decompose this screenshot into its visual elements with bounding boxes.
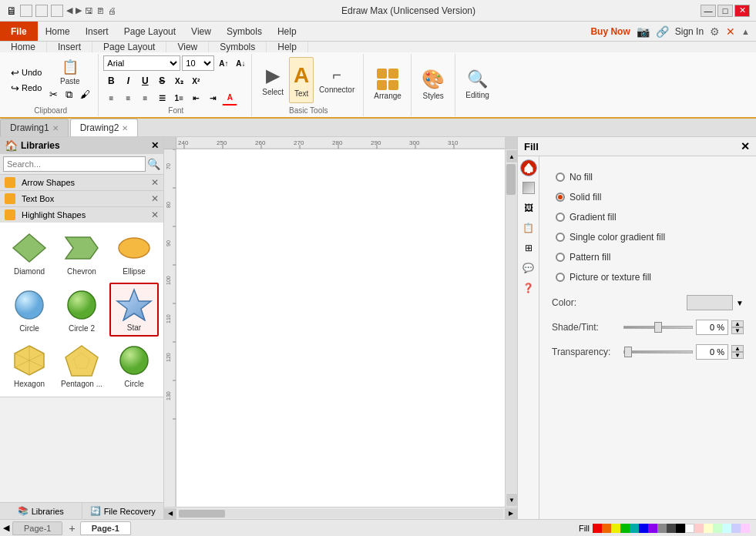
scroll-right-button[interactable]: ▶ xyxy=(505,508,517,519)
color-cell-white[interactable] xyxy=(685,524,694,533)
decrease-font-button[interactable]: A↓ xyxy=(233,55,248,71)
connector-button[interactable]: ⌐ Connector xyxy=(315,57,358,103)
color-dropdown-icon[interactable]: ▼ xyxy=(736,299,744,307)
horizontal-scrollbar[interactable]: ◀ ▶ xyxy=(164,507,517,519)
color-cell-light-purple[interactable] xyxy=(741,524,750,533)
page-layout-menu[interactable]: Page Layout xyxy=(116,22,183,41)
fill-option-no-fill[interactable]: No fill xyxy=(552,169,744,186)
italic-button[interactable]: I xyxy=(120,73,136,89)
shade-tint-spinner[interactable]: ▲ ▼ xyxy=(731,320,744,334)
color-cell-light-green[interactable] xyxy=(713,524,722,533)
close-button[interactable]: ✕ xyxy=(734,5,750,17)
fill-icon-image[interactable]: 🖼 xyxy=(520,199,537,216)
scroll-thumb-h[interactable] xyxy=(179,510,225,518)
insert-menu[interactable]: Insert xyxy=(78,22,116,41)
scroll-thumb-v[interactable] xyxy=(506,164,516,195)
highlight-shapes-close[interactable]: ✕ xyxy=(151,209,159,220)
fill-option-solid[interactable]: Solid fill xyxy=(552,189,744,206)
no-fill-radio[interactable] xyxy=(556,173,565,182)
shape-diamond[interactable]: Diamond xyxy=(5,227,54,280)
file-recovery-tab[interactable]: 🔄 File Recovery xyxy=(82,503,164,519)
align-center-button[interactable]: ≡ xyxy=(120,90,136,106)
text-box-header[interactable]: Text Box ✕ xyxy=(0,191,163,206)
text-button[interactable]: A Text xyxy=(289,57,314,103)
text-box-close[interactable]: ✕ xyxy=(151,193,159,204)
tab-page-layout[interactable]: Page Layout xyxy=(92,42,166,52)
search-icon[interactable]: 🔍 xyxy=(147,158,160,170)
file-menu[interactable]: File xyxy=(0,22,38,41)
color-cell-red[interactable] xyxy=(593,524,602,533)
page-tab-add[interactable]: + xyxy=(64,522,79,534)
shape-ellipse[interactable]: Ellipse xyxy=(109,227,159,280)
font-size-select[interactable]: 10 12 14 xyxy=(182,55,214,71)
vertical-scrollbar[interactable]: ▲ ▼ xyxy=(505,149,517,507)
shape-star[interactable]: Star xyxy=(109,283,159,337)
libraries-tab[interactable]: 📚 Libraries xyxy=(0,503,82,519)
drawing-canvas[interactable] xyxy=(176,149,505,507)
color-cell-light-yellow[interactable] xyxy=(704,524,713,533)
drawing-tab-2-close[interactable]: ✕ xyxy=(122,124,128,132)
menu-icon-camera[interactable]: 📷 xyxy=(637,25,650,38)
buy-now-link[interactable]: Buy Now xyxy=(590,26,630,37)
fill-option-single-gradient[interactable]: Single color gradient fill xyxy=(552,229,744,246)
align-left-button[interactable]: ≡ xyxy=(103,90,119,106)
paste-button[interactable]: 📋 Paste xyxy=(46,59,93,86)
scroll-left-button[interactable]: ◀ xyxy=(164,508,176,519)
shape-hexagon[interactable]: Hexagon xyxy=(5,340,54,392)
transparency-slider[interactable] xyxy=(623,350,693,353)
solid-fill-radio[interactable] xyxy=(556,193,565,202)
tab-home[interactable]: Home xyxy=(0,42,47,52)
redo-button[interactable]: ↪ Redo xyxy=(8,81,45,95)
shade-tint-input[interactable] xyxy=(696,320,728,335)
color-cell-light-blue[interactable] xyxy=(731,524,741,533)
close-ribbon-icon[interactable]: ✕ xyxy=(726,25,735,38)
maximize-button[interactable]: □ xyxy=(717,5,733,17)
gradient-fill-radio[interactable] xyxy=(556,213,565,222)
symbols-menu[interactable]: Symbols xyxy=(219,22,270,41)
settings-icon[interactable]: ⚙ xyxy=(710,25,720,38)
fill-panel-close[interactable]: ✕ xyxy=(741,140,750,152)
subscript-button[interactable]: X₂ xyxy=(171,73,186,89)
number-list-button[interactable]: 1≡ xyxy=(171,90,186,106)
fill-icon-help[interactable]: ❓ xyxy=(520,280,537,296)
page-nav-left[interactable]: ◀ xyxy=(0,523,12,533)
transp-down-button[interactable]: ▼ xyxy=(731,352,744,359)
scroll-up-button[interactable]: ▲ xyxy=(506,150,517,162)
color-cell-black[interactable] xyxy=(676,524,685,533)
window-controls[interactable]: — □ ✕ xyxy=(701,5,750,17)
libs-search-input[interactable] xyxy=(3,156,146,172)
transp-up-button[interactable]: ▲ xyxy=(731,345,744,352)
sign-in-link[interactable]: Sign In xyxy=(675,26,704,37)
format-painter-button[interactable]: 🖌 xyxy=(77,87,93,102)
cut-button[interactable]: ✂ xyxy=(46,87,61,102)
arrange-button[interactable]: Arrange xyxy=(370,62,405,108)
expand-icon[interactable]: ▲ xyxy=(741,27,750,36)
increase-font-button[interactable]: A↑ xyxy=(216,55,231,71)
tab-help[interactable]: Help xyxy=(267,42,308,52)
tab-insert[interactable]: Insert xyxy=(47,42,92,52)
fill-option-pattern[interactable]: Pattern fill xyxy=(552,249,744,266)
color-cell-dark-gray[interactable] xyxy=(667,524,676,533)
undo-button[interactable]: ↩ Undo xyxy=(8,65,45,80)
shape-circle-bot[interactable]: Circle xyxy=(109,340,159,392)
transparency-input[interactable] xyxy=(696,344,728,360)
transparency-spinner[interactable]: ▲ ▼ xyxy=(731,345,744,359)
page-tab-active[interactable]: Page-1 xyxy=(80,521,131,535)
picture-fill-radio[interactable] xyxy=(556,273,565,282)
fill-icon-arrange[interactable]: ⊞ xyxy=(520,240,537,256)
scroll-track-h[interactable] xyxy=(178,509,503,518)
libraries-close-icon[interactable]: ✕ xyxy=(151,140,159,151)
color-cell-teal[interactable] xyxy=(630,524,639,533)
fill-icon-format[interactable]: 📋 xyxy=(520,219,537,236)
tab-symbols[interactable]: Symbols xyxy=(209,42,267,52)
fill-icon-comment[interactable]: 💬 xyxy=(520,260,537,276)
shape-circle2[interactable]: Circle 2 xyxy=(57,283,106,337)
color-swatch[interactable] xyxy=(687,295,733,310)
fill-icon-gradient[interactable] xyxy=(520,179,537,196)
indent-increase-button[interactable]: ⇥ xyxy=(205,90,220,106)
single-gradient-radio[interactable] xyxy=(556,233,565,242)
highlight-shapes-header[interactable]: Highlight Shapes ✕ xyxy=(0,207,163,223)
strikethrough-button[interactable]: S xyxy=(154,73,170,89)
select-button[interactable]: ▶ Select xyxy=(258,57,287,103)
drawing-tab-2[interactable]: Drawing2 ✕ xyxy=(70,119,139,136)
